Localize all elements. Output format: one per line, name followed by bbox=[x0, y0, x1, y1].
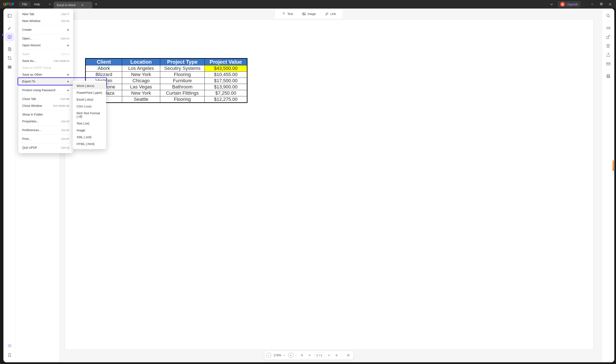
menu-save-cloud: Save to UPDF Cloud bbox=[18, 64, 73, 71]
header-project-type: Project Type bbox=[160, 59, 205, 65]
menu-create[interactable]: Create▶ bbox=[18, 26, 73, 33]
separator bbox=[342, 353, 342, 357]
export-txt[interactable]: Text (.txt) bbox=[73, 120, 106, 127]
rail-separator bbox=[9, 42, 11, 43]
window-minimize-icon[interactable] bbox=[588, 1, 596, 7]
next-page-icon[interactable] bbox=[326, 352, 332, 358]
table-cell: Seattle bbox=[122, 96, 160, 103]
shortcut: Ctrl+S bbox=[61, 52, 69, 56]
svg-point-12 bbox=[303, 13, 304, 14]
export-word[interactable]: Word (.docx) bbox=[73, 82, 106, 89]
menu-separator bbox=[21, 134, 70, 135]
header-client: Client bbox=[86, 59, 122, 65]
rail-separator bbox=[607, 69, 609, 70]
menu-preferences[interactable]: Preferences...Ctrl+K bbox=[18, 127, 73, 133]
last-page-icon[interactable] bbox=[333, 352, 340, 358]
menu-separator bbox=[21, 143, 70, 143]
menu-export-to[interactable]: Export To▶ bbox=[18, 78, 73, 85]
export-html[interactable]: HTML (.html) bbox=[73, 141, 106, 147]
text-tool-button[interactable]: Text bbox=[279, 11, 296, 17]
zoom-out-button[interactable]: − bbox=[266, 353, 272, 358]
tab-strip: Excel to Word ✕ + bbox=[46, 0, 100, 9]
table-cell: Secutiry Systems bbox=[160, 65, 205, 72]
menu-save-as[interactable]: Save As...Ctrl+Shift+S bbox=[18, 57, 73, 64]
svg-line-18 bbox=[609, 16, 610, 17]
document-page[interactable]: Client Location Project Type Project Val… bbox=[65, 20, 593, 350]
menu-show-in-folder[interactable]: Show in Folder bbox=[18, 111, 73, 118]
crop-tool-icon[interactable] bbox=[5, 54, 14, 62]
svg-rect-21 bbox=[607, 36, 609, 39]
table-row: VestminChicagoFurniture$17,500.00 bbox=[86, 78, 247, 84]
prev-page-icon[interactable] bbox=[306, 352, 313, 358]
organize-pages-icon[interactable] bbox=[5, 45, 14, 53]
upgrade-button[interactable]: B Upgrade bbox=[558, 1, 581, 7]
tab-prefix-caret-icon[interactable] bbox=[46, 1, 54, 7]
document-tab[interactable]: Excel to Word ✕ bbox=[54, 2, 92, 9]
menu-separator bbox=[21, 126, 70, 126]
email-icon[interactable] bbox=[604, 60, 613, 68]
menu-close-tab[interactable]: Close TabCtrl+W bbox=[18, 95, 73, 102]
shortcut: Ctrl+P bbox=[61, 137, 69, 141]
markup-tool-icon[interactable] bbox=[5, 24, 14, 32]
tab-close-icon[interactable]: ✕ bbox=[81, 3, 85, 7]
label: Save As... bbox=[22, 59, 36, 63]
zoom-in-button[interactable]: + bbox=[288, 353, 293, 358]
window-close-icon[interactable] bbox=[606, 1, 614, 7]
export-excel[interactable]: Excel (.xlsx) bbox=[73, 96, 106, 103]
bookmark-icon[interactable] bbox=[5, 351, 14, 359]
table-cell: Chicago bbox=[122, 78, 160, 84]
menu-new-window[interactable]: New WindowCtrl+N bbox=[18, 17, 73, 24]
close-bar-icon[interactable] bbox=[345, 352, 351, 358]
canvas-area: Text Image Link Client Location Projec bbox=[16, 9, 602, 362]
menu-protect-password[interactable]: Protect Using Password▶ bbox=[18, 87, 73, 93]
export-csv[interactable]: CSV (.csv) bbox=[73, 103, 106, 110]
upgrade-label: Upgrade bbox=[567, 2, 578, 6]
titlebar-right: B Upgrade bbox=[548, 1, 614, 7]
menu-save-other[interactable]: Save as Other▶ bbox=[18, 71, 73, 78]
more-chevron-icon[interactable] bbox=[548, 1, 555, 7]
first-page-icon[interactable] bbox=[299, 352, 305, 358]
zoom-level[interactable]: 173% ▾ bbox=[273, 353, 287, 357]
image-tool-button[interactable]: Image bbox=[300, 11, 318, 17]
link-tool-button[interactable]: Link bbox=[322, 11, 338, 17]
menu-print[interactable]: Print...Ctrl+P bbox=[18, 135, 73, 142]
print-icon[interactable] bbox=[604, 72, 613, 80]
ocr-icon[interactable]: OCR bbox=[604, 24, 613, 32]
table-cell: $43,500.00 bbox=[205, 65, 247, 72]
file-menu-dropdown: New TabCtrl+T New WindowCtrl+N Create▶ O… bbox=[18, 9, 73, 153]
redact-tool-icon[interactable] bbox=[5, 63, 14, 71]
menu-open[interactable]: Open...Ctrl+O bbox=[18, 35, 73, 42]
layers-icon[interactable] bbox=[5, 342, 14, 350]
file-menu-button[interactable]: File bbox=[19, 2, 31, 7]
menu-separator bbox=[21, 34, 70, 34]
share-icon[interactable] bbox=[604, 51, 613, 59]
compress-icon[interactable] bbox=[604, 42, 613, 50]
convert-icon[interactable] bbox=[604, 33, 613, 41]
menu-new-tab[interactable]: New TabCtrl+T bbox=[18, 11, 73, 17]
table-cell: Blizzard bbox=[86, 72, 122, 78]
page-input[interactable]: 1 / 1 bbox=[314, 352, 324, 358]
edit-tool-icon[interactable] bbox=[5, 33, 14, 41]
search-icon[interactable] bbox=[604, 12, 613, 20]
export-xml[interactable]: XML (.xml) bbox=[73, 134, 106, 141]
export-powerpoint[interactable]: PowerPoint (.pptx) bbox=[73, 89, 106, 96]
scrollbar-thumb[interactable] bbox=[613, 160, 614, 171]
table-cell: New York bbox=[122, 90, 160, 96]
menu-quit[interactable]: Quit UPDFCtrl+Q bbox=[18, 144, 73, 151]
export-rtf[interactable]: Rich Text Format (.rtf) bbox=[73, 110, 106, 120]
help-menu-button[interactable]: Help bbox=[31, 2, 44, 7]
image-icon bbox=[302, 12, 306, 16]
export-image[interactable]: Image bbox=[73, 127, 106, 134]
label: Close Tab bbox=[22, 97, 36, 101]
menu-properties[interactable]: Properties...Ctrl+D bbox=[18, 118, 73, 125]
reader-mode-icon[interactable] bbox=[5, 12, 14, 20]
label: Close Window bbox=[22, 104, 42, 107]
svg-rect-10 bbox=[9, 66, 11, 68]
logo-p: P bbox=[6, 2, 9, 6]
window-maximize-icon[interactable] bbox=[597, 1, 605, 7]
menu-close-window[interactable]: Close WindowCtrl+Shift+W bbox=[18, 102, 73, 109]
new-tab-button[interactable]: + bbox=[92, 2, 100, 7]
rail-separator bbox=[607, 21, 609, 22]
label: Create bbox=[22, 28, 32, 31]
menu-open-recent[interactable]: Open Recent▶ bbox=[18, 42, 73, 49]
